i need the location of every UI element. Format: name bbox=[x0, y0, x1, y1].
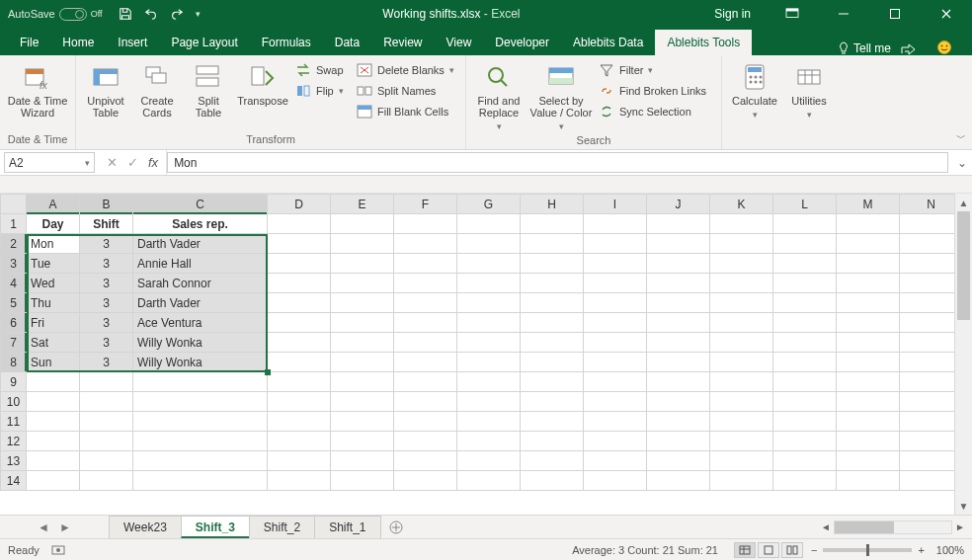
cell[interactable]: Willy Wonka bbox=[133, 353, 268, 372]
ribbon-options-icon[interactable] bbox=[770, 0, 814, 28]
row-header[interactable]: 4 bbox=[1, 274, 27, 293]
row-header[interactable]: 8 bbox=[1, 353, 27, 372]
cell[interactable] bbox=[457, 392, 521, 412]
filter-button[interactable]: Filter▾ bbox=[597, 61, 715, 79]
cell[interactable] bbox=[521, 432, 584, 451]
view-page-break-icon[interactable] bbox=[781, 542, 803, 558]
cell[interactable] bbox=[900, 471, 955, 491]
cell[interactable] bbox=[837, 392, 900, 412]
zoom-slider[interactable] bbox=[823, 548, 912, 552]
column-header[interactable]: A bbox=[27, 195, 80, 214]
cell[interactable] bbox=[773, 392, 837, 412]
cell[interactable] bbox=[710, 274, 773, 293]
cell[interactable] bbox=[331, 274, 394, 293]
find-and-replace-button[interactable]: Find and Replace▾ bbox=[472, 59, 526, 132]
cell[interactable] bbox=[331, 353, 394, 372]
cell[interactable] bbox=[521, 372, 584, 392]
cell[interactable] bbox=[521, 234, 584, 254]
cell[interactable] bbox=[710, 471, 773, 491]
cell[interactable] bbox=[268, 451, 331, 471]
scrollbar-thumb[interactable] bbox=[957, 211, 970, 320]
cell[interactable]: Sun bbox=[27, 353, 80, 372]
cell[interactable] bbox=[647, 254, 710, 274]
accept-formula-icon[interactable]: ✓ bbox=[127, 155, 138, 170]
cell[interactable] bbox=[268, 254, 331, 274]
cell[interactable] bbox=[521, 412, 584, 432]
cell[interactable] bbox=[900, 412, 955, 432]
cell[interactable] bbox=[584, 234, 647, 254]
cell[interactable] bbox=[394, 372, 457, 392]
fill-blank-cells-button[interactable]: Fill Blank Cells bbox=[355, 103, 459, 120]
cell[interactable] bbox=[457, 274, 521, 293]
column-header[interactable]: G bbox=[457, 195, 521, 214]
column-header[interactable]: E bbox=[331, 195, 394, 214]
cell[interactable] bbox=[837, 372, 900, 392]
cell[interactable] bbox=[900, 392, 955, 412]
cell[interactable] bbox=[710, 432, 773, 451]
cell[interactable] bbox=[773, 274, 837, 293]
cell[interactable] bbox=[647, 234, 710, 254]
minimize-icon[interactable] bbox=[822, 0, 865, 28]
tell-me-button[interactable]: Tell me bbox=[828, 41, 901, 55]
cell[interactable] bbox=[773, 333, 837, 353]
row-header[interactable]: 11 bbox=[1, 412, 27, 432]
cell[interactable]: Shift bbox=[80, 214, 133, 234]
cell[interactable] bbox=[521, 214, 584, 234]
split-table-button[interactable]: Split Table bbox=[185, 59, 232, 119]
cell[interactable]: Fri bbox=[27, 313, 80, 333]
cell[interactable] bbox=[331, 372, 394, 392]
tab-ablebits-tools[interactable]: Ablebits Tools bbox=[655, 30, 752, 55]
cell[interactable] bbox=[710, 293, 773, 313]
column-header[interactable]: C bbox=[133, 195, 268, 214]
cell[interactable] bbox=[331, 293, 394, 313]
cell[interactable] bbox=[584, 254, 647, 274]
sheet-tab[interactable]: Shift_2 bbox=[249, 516, 315, 538]
flip-button[interactable]: Flip▾ bbox=[293, 82, 351, 100]
hscroll-right-icon[interactable]: ► bbox=[952, 521, 968, 532]
cell[interactable] bbox=[837, 274, 900, 293]
tab-ablebits-data[interactable]: Ablebits Data bbox=[561, 30, 655, 55]
cell[interactable]: Tue bbox=[27, 254, 80, 274]
cell[interactable] bbox=[27, 432, 80, 451]
cell[interactable]: Day bbox=[27, 214, 80, 234]
cell[interactable] bbox=[80, 432, 133, 451]
autosave-toggle[interactable] bbox=[59, 8, 87, 21]
row-header[interactable]: 3 bbox=[1, 254, 27, 274]
cell[interactable] bbox=[773, 412, 837, 432]
cell[interactable] bbox=[584, 353, 647, 372]
column-header[interactable]: I bbox=[584, 195, 647, 214]
cell[interactable] bbox=[773, 372, 837, 392]
hscroll-left-icon[interactable]: ◄ bbox=[818, 521, 834, 532]
column-header[interactable]: F bbox=[394, 195, 457, 214]
cell[interactable] bbox=[331, 214, 394, 234]
cell[interactable] bbox=[331, 234, 394, 254]
cell[interactable] bbox=[80, 451, 133, 471]
cell[interactable] bbox=[900, 372, 955, 392]
cell[interactable] bbox=[133, 412, 268, 432]
cell[interactable] bbox=[837, 313, 900, 333]
cell[interactable] bbox=[710, 372, 773, 392]
transpose-button[interactable]: Transpose bbox=[236, 59, 289, 107]
tab-formulas[interactable]: Formulas bbox=[250, 30, 323, 55]
column-header[interactable]: D bbox=[268, 195, 331, 214]
cell[interactable] bbox=[647, 412, 710, 432]
cell[interactable] bbox=[457, 313, 521, 333]
tab-file[interactable]: File bbox=[8, 30, 50, 55]
sheet-tab[interactable]: Shift_3 bbox=[181, 516, 250, 538]
cell[interactable] bbox=[647, 353, 710, 372]
tab-developer[interactable]: Developer bbox=[483, 30, 561, 55]
row-header[interactable]: 5 bbox=[1, 293, 27, 313]
cell[interactable]: 3 bbox=[80, 333, 133, 353]
tab-review[interactable]: Review bbox=[371, 30, 434, 55]
cell[interactable] bbox=[394, 471, 457, 491]
cell[interactable] bbox=[710, 254, 773, 274]
cell[interactable] bbox=[837, 293, 900, 313]
cell[interactable] bbox=[80, 412, 133, 432]
undo-icon[interactable] bbox=[144, 7, 158, 21]
cell[interactable] bbox=[521, 333, 584, 353]
cell[interactable] bbox=[521, 392, 584, 412]
cell[interactable] bbox=[773, 254, 837, 274]
name-box[interactable]: A2 ▾ bbox=[4, 152, 95, 173]
select-by-value-color-button[interactable]: Select by Value / Color▾ bbox=[529, 59, 593, 132]
cell[interactable]: 3 bbox=[80, 353, 133, 372]
